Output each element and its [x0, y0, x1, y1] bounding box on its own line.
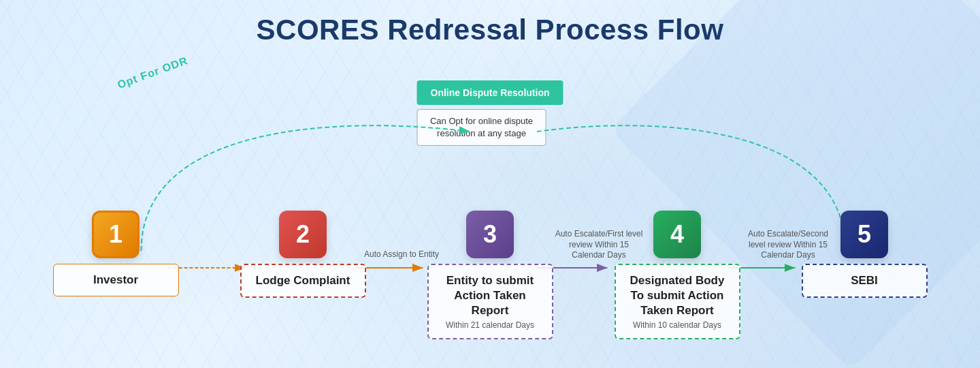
odr-arc-label: Opt For ODR: [116, 55, 189, 91]
step-3-sublabel: Within 21 calendar Days: [436, 320, 545, 330]
step-5-label: SEBI: [810, 273, 919, 288]
step-5-label-box: SEBI: [802, 264, 928, 298]
step-1: 1 Investor: [48, 211, 184, 296]
step-1-label: Investor: [61, 273, 172, 288]
page-title: SCORES Redressal Process Flow: [27, 14, 953, 46]
odr-description: Can Opt for online dispute resolution at…: [416, 109, 546, 146]
step-4-sublabel: Within 10 calendar Days: [623, 320, 732, 330]
step-4-label-box: Designated Body To submit Action Taken R…: [615, 264, 740, 339]
step-2-label: Lodge Complaint: [248, 273, 358, 288]
main-content: SCORES Redressal Process Flow Opt For OD…: [0, 0, 980, 368]
step-2: 2 Lodge Complaint: [235, 211, 371, 298]
step-1-label-box: Investor: [53, 264, 179, 296]
step-4: 4 Designated Body To submit Action Taken…: [609, 211, 745, 339]
step-1-circle: 1: [92, 211, 140, 258]
step-2-label-box: Lodge Complaint: [240, 264, 366, 298]
flow-area: Opt For ODR Online Dispute Resolution Ca…: [27, 60, 953, 346]
odr-box: Online Dispute Resolution Can Opt for on…: [416, 80, 563, 146]
odr-title: Online Dispute Resolution: [416, 80, 563, 105]
step-3-circle: 3: [466, 211, 514, 258]
step-3: 3 Entity to submit Action Taken Report W…: [422, 211, 558, 339]
step-3-label-box: Entity to submit Action Taken Report Wit…: [427, 264, 553, 339]
step-4-circle: 4: [653, 211, 701, 258]
step-5: 5 SEBI: [796, 211, 932, 298]
step-2-circle: 2: [279, 211, 327, 258]
step-4-label: Designated Body To submit Action Taken R…: [623, 273, 732, 318]
steps-row: 1 Investor 2 Lodge Complaint 3: [27, 211, 953, 339]
step-3-label: Entity to submit Action Taken Report: [436, 273, 545, 318]
step-5-circle: 5: [840, 211, 888, 258]
